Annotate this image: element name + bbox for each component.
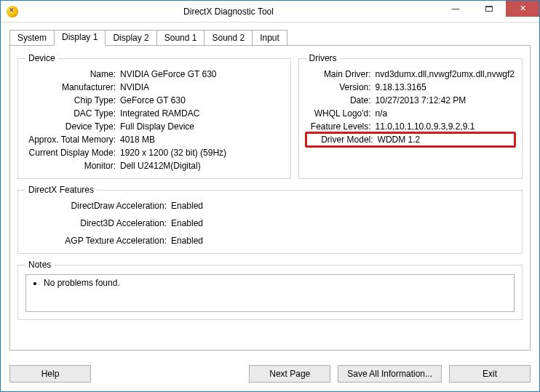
label: Manufacturer:: [25, 82, 120, 92]
tab-system[interactable]: System: [9, 30, 55, 45]
drivers-row-whql: WHQL Logo'd:n/a: [306, 108, 515, 119]
help-button[interactable]: Help: [9, 365, 91, 383]
features-list: DirectDraw Acceleration:Enabled Direct3D…: [25, 201, 515, 246]
label: Direct3D Acceleration:: [25, 218, 171, 228]
value: NVIDIA GeForce GT 630: [120, 69, 283, 79]
device-row-manufacturer: Manufacturer:NVIDIA: [25, 82, 283, 92]
directx-features-group: DirectX Features DirectDraw Acceleration…: [17, 185, 523, 254]
minimize-button[interactable]: —: [439, 1, 472, 17]
label: DAC Type:: [25, 108, 120, 119]
value: 11.0,10.1,10.0,9.3,9.2,9.1: [376, 121, 515, 132]
label: Feature Levels:: [306, 121, 376, 132]
value: Dell U2412M(Digital): [120, 161, 283, 171]
save-all-information-button[interactable]: Save All Information...: [338, 365, 442, 383]
tab-display-1[interactable]: Display 1: [54, 30, 106, 46]
drivers-list: Main Driver:nvd3dumx.dll,nvwgf2umx.dll,n…: [306, 69, 515, 145]
value: Enabled: [171, 218, 515, 228]
value: Integrated RAMDAC: [120, 108, 283, 119]
label: Device Type:: [25, 121, 120, 132]
notes-group: Notes No problems found.: [17, 260, 523, 320]
value: 1920 x 1200 (32 bit) (59Hz): [120, 148, 283, 158]
drivers-row-date: Date:10/27/2013 7:12:42 PM: [306, 95, 515, 105]
drivers-row-driver-model: Driver Model:WDDM 1.2: [305, 132, 516, 148]
tab-sound-1[interactable]: Sound 1: [156, 30, 205, 45]
value: n/a: [376, 108, 515, 119]
label: Name:: [25, 69, 120, 79]
value: Full Display Device: [120, 121, 283, 132]
titlebar: DirectX Diagnostic Tool — ✕: [1, 1, 539, 23]
value: nvd3dumx.dll,nvwgf2umx.dll,nvwgf2: [376, 69, 515, 79]
close-icon: ✕: [520, 4, 526, 12]
window-frame: DirectX Diagnostic Tool — ✕ System Displ…: [0, 0, 540, 392]
label: Date:: [306, 95, 376, 105]
label: Monitor:: [25, 161, 120, 171]
minimize-icon: —: [452, 4, 460, 12]
label: Driver Model:: [309, 135, 378, 145]
drivers-legend: Drivers: [306, 53, 340, 63]
label: Version:: [306, 82, 376, 92]
device-row-monitor: Monitor:Dell U2412M(Digital): [25, 161, 283, 171]
value: NVIDIA: [120, 82, 283, 92]
tab-panel-display-1: Device Name:NVIDIA GeForce GT 630 Manufa…: [9, 45, 531, 351]
device-list: Name:NVIDIA GeForce GT 630 Manufacturer:…: [25, 69, 283, 171]
drivers-row-main-driver: Main Driver:nvd3dumx.dll,nvwgf2umx.dll,n…: [306, 69, 515, 79]
value: Enabled: [171, 236, 515, 246]
next-page-button[interactable]: Next Page: [249, 365, 330, 383]
top-row: Device Name:NVIDIA GeForce GT 630 Manufa…: [17, 53, 523, 179]
label: DirectDraw Acceleration:: [25, 201, 171, 211]
value: GeForce GT 630: [120, 95, 283, 105]
value: WDDM 1.2: [378, 135, 512, 145]
device-row-total-memory: Approx. Total Memory:4018 MB: [25, 135, 283, 145]
window-title: DirectX Diagnostic Tool: [18, 7, 439, 17]
value: 9.18.13.3165: [376, 82, 515, 92]
tab-display-2[interactable]: Display 2: [105, 30, 156, 45]
client-area: System Display 1 Display 2 Sound 1 Sound…: [1, 23, 539, 358]
notes-item: No problems found.: [44, 278, 508, 288]
value: 10/27/2013 7:12:42 PM: [376, 95, 515, 105]
value: 4018 MB: [120, 135, 283, 145]
label: Approx. Total Memory:: [25, 135, 120, 145]
drivers-row-feature-levels: Feature Levels:11.0,10.1,10.0,9.3,9.2,9.…: [306, 121, 515, 132]
maximize-icon: [485, 6, 493, 12]
features-legend: DirectX Features: [25, 185, 97, 195]
drivers-row-version: Version:9.18.13.3165: [306, 82, 515, 92]
device-row-dac-type: DAC Type:Integrated RAMDAC: [25, 108, 283, 119]
tab-sound-2[interactable]: Sound 2: [204, 30, 253, 45]
feature-directdraw: DirectDraw Acceleration:Enabled: [25, 201, 515, 211]
device-row-display-mode: Current Display Mode:1920 x 1200 (32 bit…: [25, 148, 283, 158]
label: Current Display Mode:: [25, 148, 120, 158]
tab-input[interactable]: Input: [252, 30, 287, 45]
drivers-group: Drivers Main Driver:nvd3dumx.dll,nvwgf2u…: [298, 53, 523, 179]
app-icon: [7, 6, 18, 17]
label: Main Driver:: [306, 69, 376, 79]
device-legend: Device: [25, 53, 58, 63]
feature-direct3d: Direct3D Acceleration:Enabled: [25, 218, 515, 228]
label: Chip Type:: [25, 95, 120, 105]
device-row-device-type: Device Type:Full Display Device: [25, 121, 283, 132]
exit-button[interactable]: Exit: [449, 365, 531, 383]
device-row-name: Name:NVIDIA GeForce GT 630: [25, 69, 283, 79]
button-row: Help Next Page Save All Information... E…: [1, 358, 539, 391]
value: Enabled: [171, 201, 515, 211]
window-controls: — ✕: [439, 1, 539, 17]
label: WHQL Logo'd:: [306, 108, 376, 119]
notes-legend: Notes: [25, 260, 54, 270]
close-button[interactable]: ✕: [506, 1, 539, 17]
spacer: [98, 365, 242, 383]
maximize-button[interactable]: [472, 1, 506, 17]
device-group: Device Name:NVIDIA GeForce GT 630 Manufa…: [17, 53, 291, 179]
notes-textarea[interactable]: No problems found.: [25, 274, 515, 312]
label: AGP Texture Acceleration:: [25, 236, 171, 246]
feature-agp-texture: AGP Texture Acceleration:Enabled: [25, 236, 515, 246]
device-row-chip-type: Chip Type:GeForce GT 630: [25, 95, 283, 105]
tabstrip: System Display 1 Display 2 Sound 1 Sound…: [9, 30, 531, 45]
